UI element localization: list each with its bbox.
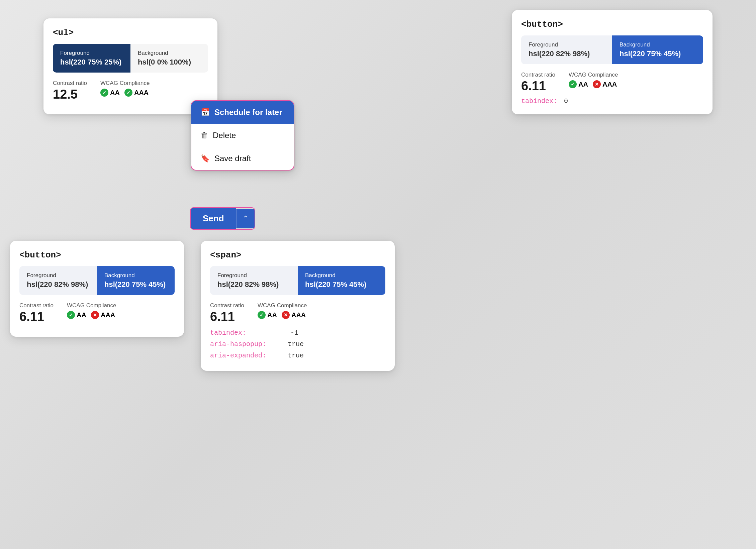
dropdown-item-delete[interactable]: 🗑 Delete: [191, 124, 294, 147]
button-bottom-aaa-badge: ✕ AAA: [91, 311, 115, 319]
button-top-contrast-value: 6.11: [521, 79, 555, 93]
dropdown-item-save-draft[interactable]: 🔖 Save draft: [191, 147, 294, 170]
corner-dot-tr: [292, 100, 294, 102]
button-top-aa-label: AA: [578, 81, 588, 88]
span-wcag-label: WCAG Compliance: [258, 302, 307, 309]
span-card-tag: <span>: [210, 250, 385, 260]
button-top-contrast-group: Contrast ratio 6.11: [521, 72, 555, 93]
ul-aaa-label: AAA: [134, 89, 149, 97]
dropdown-menu[interactable]: 📅 Schedule for later 🗑 Delete 🔖 Save dra…: [191, 100, 294, 171]
button-top-tabindex-row: tabindex: 0: [521, 97, 703, 105]
span-expanded-row: aria-expanded: true: [210, 350, 385, 361]
ul-color-swatches: Foreground hsl(220 75% 25%) Background h…: [53, 44, 208, 73]
button-top-aa-check-icon: ✓: [569, 80, 577, 88]
button-bottom-wcag-group: WCAG Compliance ✓ AA ✕ AAA: [67, 302, 116, 319]
button-top-tabindex-val: 0: [564, 97, 568, 105]
corner-dot-br: [292, 169, 294, 171]
button-top-tabindex-key: tabindex:: [521, 97, 557, 105]
ul-aa-check-icon: ✓: [100, 89, 108, 97]
ul-card: <ul> Foreground hsl(220 75% 25%) Backgro…: [43, 18, 217, 114]
ul-aaa-badge: ✓ AAA: [124, 89, 149, 97]
button-bottom-contrast-label: Contrast ratio: [19, 302, 54, 309]
span-aa-label: AA: [267, 311, 277, 319]
ul-card-tag: <ul>: [53, 28, 208, 38]
button-top-aaa-badge: ✕ AAA: [593, 80, 617, 88]
ul-contrast-label: Contrast ratio: [53, 80, 87, 87]
ul-fg-value: hsl(220 75% 25%): [60, 58, 123, 67]
button-bottom-contrast-group: Contrast ratio 6.11: [19, 302, 54, 324]
button-bottom-aaa-x-icon: ✕: [91, 311, 99, 319]
span-background-swatch: Background hsl(220 75% 45%): [298, 266, 385, 295]
ul-metrics-row: Contrast ratio 12.5 WCAG Compliance ✓ AA…: [53, 80, 208, 102]
span-bg-value: hsl(220 75% 45%): [305, 280, 378, 289]
span-aaa-x-icon: ✕: [282, 311, 290, 319]
button-bottom-fg-label: Foreground: [27, 272, 90, 279]
button-bottom-color-swatches: Foreground hsl(220 82% 98%) Background h…: [19, 266, 175, 295]
span-bg-label: Background: [305, 272, 378, 279]
span-tabindex-row: tabindex: -1: [210, 327, 385, 339]
span-haspopup-val: true: [288, 340, 304, 348]
span-wcag-badges: ✓ AA ✕ AAA: [258, 311, 307, 319]
button-card-top: <button> Foreground hsl(220 82% 98%) Bac…: [512, 10, 713, 114]
button-top-wcag-badges: ✓ AA ✕ AAA: [569, 80, 618, 88]
button-card-bottom: <button> Foreground hsl(220 82% 98%) Bac…: [10, 241, 184, 337]
bookmark-icon: 🔖: [201, 154, 210, 163]
ul-aa-badge: ✓ AA: [100, 89, 120, 97]
span-metrics-row: Contrast ratio 6.11 WCAG Compliance ✓ AA…: [210, 302, 385, 324]
send-button[interactable]: Send: [191, 208, 236, 229]
span-color-swatches: Foreground hsl(220 82% 98%) Background h…: [210, 266, 385, 295]
trash-icon: 🗑: [201, 131, 208, 140]
button-top-aaa-x-icon: ✕: [593, 80, 601, 88]
span-expanded-val: true: [288, 352, 304, 359]
ul-bg-value: hsl(0 0% 100%): [138, 58, 201, 67]
button-card-top-tag: <button>: [521, 19, 703, 29]
button-bottom-wcag-label: WCAG Compliance: [67, 302, 116, 309]
button-top-contrast-label: Contrast ratio: [521, 72, 555, 78]
ul-fg-label: Foreground: [60, 50, 123, 57]
schedule-label: Schedule for later: [214, 108, 282, 117]
span-contrast-label: Contrast ratio: [210, 302, 244, 309]
button-top-bg-label: Background: [620, 41, 696, 48]
span-aaa-label: AAA: [291, 311, 306, 319]
span-aria-info: tabindex: -1 aria-haspopup: true aria-ex…: [210, 327, 385, 361]
chevron-up-icon: ⌃: [243, 214, 249, 223]
span-haspopup-key: aria-haspopup:: [210, 339, 284, 350]
button-bottom-fg-value: hsl(220 82% 98%): [27, 280, 90, 289]
span-fg-label: Foreground: [217, 272, 290, 279]
calendar-icon: 📅: [201, 108, 210, 117]
span-aaa-badge: ✕ AAA: [282, 311, 306, 319]
send-button-group[interactable]: Send ⌃: [190, 207, 255, 230]
ul-wcag-badges: ✓ AA ✓ AAA: [100, 89, 150, 97]
span-tabindex-val: -1: [290, 329, 298, 337]
button-top-background-swatch: Background hsl(220 75% 45%): [612, 35, 703, 64]
span-aa-check-icon: ✓: [258, 311, 266, 319]
dropdown-item-schedule[interactable]: 📅 Schedule for later: [191, 101, 294, 124]
button-bottom-contrast-value: 6.11: [19, 310, 54, 324]
span-haspopup-row: aria-haspopup: true: [210, 339, 385, 350]
ul-foreground-swatch: Foreground hsl(220 75% 25%): [53, 44, 130, 73]
button-top-wcag-group: WCAG Compliance ✓ AA ✕ AAA: [569, 72, 618, 88]
button-bottom-wcag-badges: ✓ AA ✕ AAA: [67, 311, 116, 319]
button-top-fg-label: Foreground: [529, 41, 605, 48]
button-bottom-background-swatch: Background hsl(220 75% 45%): [97, 266, 175, 295]
ul-wcag-label: WCAG Compliance: [100, 80, 150, 87]
delete-label: Delete: [213, 131, 236, 140]
chevron-button[interactable]: ⌃: [236, 209, 255, 228]
save-draft-label: Save draft: [214, 154, 251, 163]
button-bottom-aa-label: AA: [77, 311, 86, 319]
span-contrast-value: 6.11: [210, 310, 244, 324]
span-contrast-group: Contrast ratio 6.11: [210, 302, 244, 324]
button-bottom-metrics-row: Contrast ratio 6.11 WCAG Compliance ✓ AA…: [19, 302, 175, 324]
span-wcag-group: WCAG Compliance ✓ AA ✕ AAA: [258, 302, 307, 319]
button-top-aaa-label: AAA: [602, 81, 617, 88]
span-aa-badge: ✓ AA: [258, 311, 277, 319]
button-bottom-bg-value: hsl(220 75% 45%): [104, 280, 167, 289]
button-top-aa-badge: ✓ AA: [569, 80, 588, 88]
ul-bg-label: Background: [138, 50, 201, 57]
ul-aa-label: AA: [110, 89, 120, 97]
ul-contrast-value: 12.5: [53, 87, 87, 102]
corner-dot-bl: [191, 169, 193, 171]
span-foreground-swatch: Foreground hsl(220 82% 98%): [210, 266, 298, 295]
button-card-bottom-tag: <button>: [19, 250, 175, 260]
button-top-color-swatches: Foreground hsl(220 82% 98%) Background h…: [521, 35, 703, 64]
